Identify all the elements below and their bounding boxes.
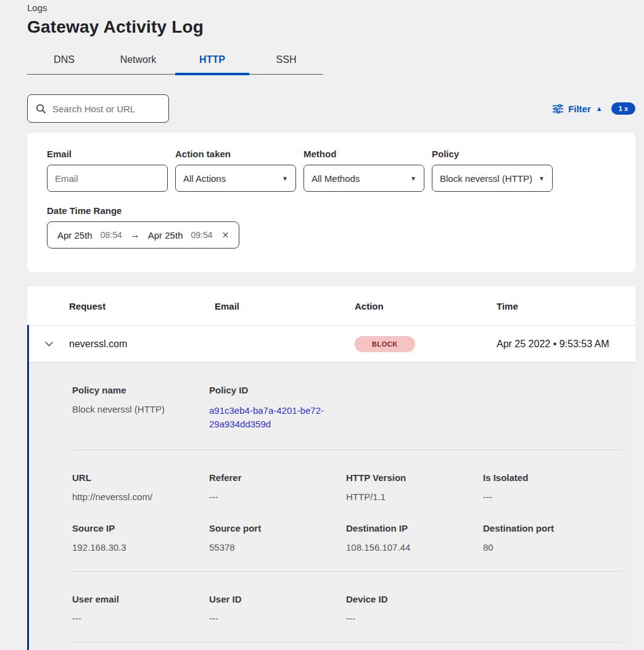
- policy-value: Block neverssl (HTTP): [440, 173, 532, 184]
- method-select[interactable]: All Methods ▼: [303, 165, 424, 192]
- policy-name-label: Policy name: [72, 385, 209, 395]
- clear-date-range-icon[interactable]: ✕: [222, 230, 229, 240]
- policy-label: Policy: [432, 149, 553, 159]
- destination-ip-field: Destination IP 108.156.107.44: [346, 523, 483, 553]
- chevron-down-icon: [44, 341, 54, 347]
- source-ip-label: Source IP: [72, 523, 209, 533]
- range-start-date[interactable]: Apr 25th: [57, 230, 93, 241]
- search-box[interactable]: [27, 94, 169, 123]
- is-isolated-label: Is Isolated: [483, 472, 620, 483]
- row-request: neverssl.com: [69, 339, 215, 350]
- header-time: Time: [497, 301, 635, 311]
- table-row[interactable]: neverssl.com BLOCK Apr 25 2022 • 9:53:53…: [29, 325, 635, 362]
- row-time: Apr 25 2022 • 9:53:53 AM: [497, 339, 635, 350]
- filter-count-badge: 1 x: [611, 102, 635, 115]
- expanded-log-entry: neverssl.com BLOCK Apr 25 2022 • 9:53:53…: [27, 325, 635, 650]
- policy-select[interactable]: Block neverssl (HTTP) ▼: [432, 165, 553, 192]
- referer-value: ---: [209, 492, 346, 502]
- policy-id-link[interactable]: a91c3eb4-ba7a-4201-be72-29a934dd359d: [209, 404, 328, 431]
- dropdown-caret-icon: ▼: [539, 175, 545, 182]
- header-request: Request: [69, 301, 215, 311]
- policy-name-field: Policy name Block neverssl (HTTP): [72, 385, 209, 431]
- date-range-field: Date Time Range Apr 25th 08:54 → Apr 25t…: [47, 205, 616, 249]
- email-filter-input[interactable]: [55, 173, 160, 184]
- policy-name-value: Block neverssl (HTTP): [72, 404, 209, 414]
- collapse-caret-icon: ▲: [596, 105, 603, 112]
- user-id-value: ---: [209, 613, 346, 623]
- policy-section: Policy name Block neverssl (HTTP) Policy…: [72, 363, 621, 450]
- source-port-label: Source port: [209, 523, 346, 533]
- gateway-activity-log-page: Logs Gateway Activity Log DNS Network HT…: [0, 0, 644, 650]
- http-version-value: HTTP/1.1: [346, 492, 483, 502]
- user-email-value: ---: [72, 613, 209, 623]
- user-email-label: User email: [72, 594, 209, 604]
- policy-id-label: Policy ID: [209, 385, 346, 395]
- controls-row: Filter ▲ 1 x: [27, 94, 635, 123]
- row-action: BLOCK: [355, 336, 497, 352]
- search-input[interactable]: [52, 104, 160, 114]
- filter-icon: [553, 104, 563, 113]
- url-label: URL: [72, 472, 209, 483]
- filter-toggle[interactable]: Filter ▲ 1 x: [553, 102, 635, 115]
- destination-ip-label: Destination IP: [346, 523, 483, 533]
- filter-panel: Email Action taken All Actions ▼ Method …: [27, 133, 635, 272]
- dropdown-caret-icon: ▼: [282, 175, 288, 182]
- url-value: http://neverssl.com/: [72, 492, 209, 502]
- log-type-tabs: DNS Network HTTP SSH: [27, 48, 323, 75]
- request-section: URL http://neverssl.com/ Referer --- HTT…: [72, 450, 621, 572]
- date-range-label: Date Time Range: [47, 205, 616, 216]
- tab-network[interactable]: Network: [101, 48, 175, 74]
- url-field: URL http://neverssl.com/: [72, 472, 209, 502]
- source-ip-value: 192.168.30.3: [72, 542, 209, 553]
- user-email-field: User email ---: [72, 594, 209, 623]
- search-icon: [36, 104, 46, 114]
- radar-link-row: View domain details in Radar →: [72, 643, 621, 650]
- action-taken-value: All Actions: [183, 173, 226, 184]
- tab-ssh[interactable]: SSH: [249, 48, 323, 74]
- http-version-label: HTTP Version: [346, 472, 483, 483]
- source-port-value: 55378: [209, 542, 346, 553]
- range-end-time[interactable]: 09:54: [191, 230, 212, 240]
- source-ip-field: Source IP 192.168.30.3: [72, 523, 209, 553]
- device-id-field: Device ID ---: [346, 594, 483, 623]
- is-isolated-field: Is Isolated ---: [483, 472, 620, 502]
- dropdown-caret-icon: ▼: [410, 175, 416, 182]
- block-status-badge: BLOCK: [355, 336, 415, 352]
- referer-field: Referer ---: [209, 472, 346, 502]
- method-field: Method All Methods ▼: [303, 149, 424, 192]
- is-isolated-value: ---: [483, 492, 620, 502]
- page-title: Gateway Activity Log: [27, 17, 635, 37]
- date-range-picker[interactable]: Apr 25th 08:54 → Apr 25th 09:54 ✕: [47, 221, 239, 249]
- range-end-date[interactable]: Apr 25th: [148, 230, 183, 241]
- destination-ip-value: 108.156.107.44: [346, 542, 483, 553]
- table-header-row: Request Email Action Time: [27, 287, 635, 325]
- policy-field: Policy Block neverssl (HTTP) ▼: [432, 149, 553, 192]
- referer-label: Referer: [209, 472, 346, 483]
- breadcrumb: Logs: [27, 2, 635, 13]
- activity-log-table: Request Email Action Time neverssl.com B…: [27, 287, 635, 650]
- header-email: Email: [215, 301, 355, 311]
- method-label: Method: [303, 149, 424, 159]
- user-section: User email --- User ID --- Device ID ---: [72, 572, 621, 643]
- tab-dns[interactable]: DNS: [27, 48, 101, 74]
- policy-id-field: Policy ID a91c3eb4-ba7a-4201-be72-29a934…: [209, 385, 346, 431]
- method-value: All Methods: [312, 173, 360, 184]
- log-detail-panel: Policy name Block neverssl (HTTP) Policy…: [29, 362, 635, 650]
- action-taken-select[interactable]: All Actions ▼: [175, 165, 296, 192]
- email-filter-label: Email: [47, 149, 168, 159]
- email-filter-field: Email: [47, 149, 168, 192]
- row-expand-toggle[interactable]: [29, 341, 69, 347]
- arrow-right-icon: →: [130, 229, 140, 241]
- action-taken-label: Action taken: [175, 149, 296, 159]
- device-id-label: Device ID: [346, 594, 483, 604]
- destination-port-field: Destination port 80: [483, 523, 620, 553]
- filter-label: Filter: [568, 104, 591, 114]
- source-port-field: Source port 55378: [209, 523, 346, 553]
- destination-port-value: 80: [483, 542, 620, 553]
- user-id-field: User ID ---: [209, 594, 346, 623]
- destination-port-label: Destination port: [483, 523, 620, 533]
- device-id-value: ---: [346, 613, 483, 623]
- user-id-label: User ID: [209, 594, 346, 604]
- range-start-time[interactable]: 08:54: [101, 230, 122, 240]
- tab-http[interactable]: HTTP: [175, 48, 249, 74]
